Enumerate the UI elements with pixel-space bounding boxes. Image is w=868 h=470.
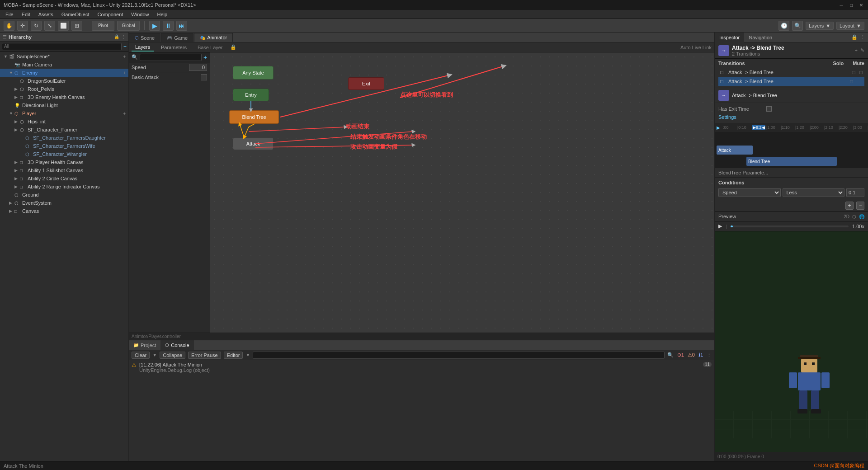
hierarchy-options-btn[interactable]: ⋮ [121,34,126,39]
tab-game[interactable]: 🎮 Game [161,33,193,42]
console-options[interactable]: ⋮ [707,352,712,358]
toolbar-pause-button[interactable]: ⏸ [163,21,174,31]
hierarchy-item-enemy[interactable]: ▼ ⬡ Enemy + [0,69,128,77]
menu-edit[interactable]: Edit [18,11,34,18]
hierarchy-item-canvas[interactable]: ▶ □ Canvas [0,207,128,215]
toolbar-rect-tool[interactable]: ⬜ [58,21,69,31]
preview-icon-1[interactable]: ⬡ [852,214,856,219]
animator-layers-tab[interactable]: Layers [132,43,154,52]
condition-value-input[interactable] [846,188,864,197]
param-speed-value[interactable] [189,64,207,71]
layers-dropdown[interactable]: Layers ▼ [806,22,834,30]
toolbar-play-button[interactable]: ▶ [149,21,160,31]
menu-gameobject[interactable]: GameObject [58,11,93,18]
hierarchy-item-rootpelvis[interactable]: ▶ ⬡ Root_Pelvis [0,85,128,93]
editor-button[interactable]: Editor [224,352,243,359]
animator-viewport[interactable]: Any State Entry Exit Blend Tree Attack [210,52,714,333]
collapse-button[interactable]: Collapse [160,352,185,359]
condition-add-btn[interactable]: + [845,202,854,210]
preview-play-btn[interactable]: ▶ [718,223,722,229]
state-entry[interactable]: Entry [233,89,269,101]
hierarchy-item-ability2range[interactable]: ▶ □ Ability 2 Range Indicator Canvas [0,183,128,191]
toolbar-scale-tool[interactable]: ⤡ [44,21,55,31]
toolbar-pivot[interactable]: Pivot [92,21,114,31]
toolbar-global[interactable]: Global [117,21,140,31]
preview-slider[interactable] [731,226,849,227]
hierarchy-item-samplescene[interactable]: ▼ 🎬 SampleScene* + [0,52,128,61]
hierarchy-item-directionallight[interactable]: 💡 Directional Light [0,101,128,109]
state-blend[interactable]: Blend Tree [229,110,279,124]
close-button[interactable]: ✕ [858,2,864,8]
preview-2d-label[interactable]: 2D [844,214,849,219]
transition-item-2[interactable]: □ Attack -> Blend Tree □ — [718,77,864,86]
editor-dropdown[interactable]: ▼ [245,352,250,357]
toolbar-history[interactable]: 🕐 [778,21,789,31]
animator-lock-icon[interactable]: 🔒 [230,44,236,50]
error-pause-button[interactable]: Error Pause [188,352,221,359]
tab-console[interactable]: ⬡ Console [160,340,193,350]
hierarchy-item-dragonsouleater[interactable]: ⬡ DragonSoulEater [0,77,128,85]
params-add-btn[interactable]: + [203,54,207,61]
condition-remove-btn[interactable]: − [856,202,864,210]
transition-item-1[interactable]: □ Attack -> Blend Tree □ □ [718,68,864,77]
hierarchy-item-ability2circle[interactable]: ▶ □ Ability 2 Circle Canvas [0,174,128,183]
state-any[interactable]: Any State [233,66,274,80]
animator-parameters-tab[interactable]: Parameters [157,44,190,51]
clear-dropdown[interactable]: ▼ [152,352,157,357]
maximize-button[interactable]: □ [848,2,854,8]
toolbar-step-button[interactable]: ⏭ [176,21,187,31]
hierarchy-search[interactable] [2,43,122,50]
hierarchy-item-ability1[interactable]: ▶ □ Ability 1 Skillshot Canvas [0,166,128,174]
timeline-canvas[interactable]: Attack Blend Tree [715,132,868,168]
condition-operator-select[interactable]: Less [783,188,845,197]
tab-scene[interactable]: ⬡ Scene [129,33,160,42]
hierarchy-item-sffarmer[interactable]: ▶ ⬡ SF_Character_Farmer [0,126,128,134]
preview-icon-2[interactable]: 🌐 [859,214,864,219]
console-search[interactable] [253,352,664,359]
hierarchy-lock-btn[interactable]: 🔒 [114,34,119,39]
add-btn[interactable]: + [123,70,126,75]
clear-button[interactable]: Clear [132,352,150,359]
toolbar-move-tool[interactable]: ✛ [17,21,28,31]
hierarchy-item-sfdaughter[interactable]: ⬡ SF_Character_FarmersDaughter [0,134,128,142]
hierarchy-item-maincamera[interactable]: 📷 Main Camera [0,61,128,69]
console-entry-1[interactable]: ⚠ [11:22:06] Attack The Minion UnityEngi… [130,361,713,374]
toolbar-search[interactable]: 🔍 [792,21,803,31]
inspector-lock-icon[interactable]: 🔒 [851,34,858,40]
tab-animator[interactable]: 🎭 Animator [194,33,233,42]
hierarchy-item-enemyhealth[interactable]: ▶ □ 3D Enemy Health Canvas [0,93,128,101]
toolbar-hand-tool[interactable]: ✋ [4,21,14,31]
auto-live-link[interactable]: Auto Live Link [680,45,712,50]
menu-assets[interactable]: Assets [35,11,57,18]
hierarchy-item-playerhealth[interactable]: ▶ □ 3D Player Health Canvas [0,158,128,166]
inspector-edit-icon[interactable]: ✎ [860,47,864,53]
menu-window[interactable]: Window [127,11,152,18]
add-btn[interactable]: + [123,111,126,116]
menu-component[interactable]: Component [94,11,127,18]
menu-help[interactable]: Help [153,11,171,18]
toolbar-transform-tool[interactable]: ⊞ [71,21,82,31]
hierarchy-item-player[interactable]: ▼ ⬡ Player + [0,109,128,118]
has-exit-time-checkbox[interactable] [766,106,772,112]
minimize-button[interactable]: ─ [838,2,844,8]
layout-dropdown[interactable]: Layout ▼ [836,22,864,30]
inspector-options-icon[interactable]: ⋮ [860,34,865,40]
params-search[interactable] [140,54,202,61]
tab-project[interactable]: 📁 Project [129,340,160,350]
hierarchy-item-eventsystem[interactable]: ▶ ⬡ EventSystem [0,199,128,207]
condition-param-select[interactable]: Speed [718,188,781,197]
settings-label[interactable]: Settings [718,114,736,120]
menu-file[interactable]: File [2,11,17,18]
state-exit[interactable]: Exit [348,77,384,90]
param-basicattack-checkbox[interactable] [201,74,207,80]
add-scene-btn[interactable]: + [123,54,126,59]
toolbar-rotate-tool[interactable]: ↻ [31,21,42,31]
hierarchy-item-ground[interactable]: ⬡ Ground [0,191,128,199]
hierarchy-add-btn[interactable]: + [123,43,127,50]
inspector-tab-navigation[interactable]: Navigation [744,33,777,42]
inspector-tab-inspector[interactable]: Inspector [715,33,744,42]
inspector-add-icon[interactable]: + [855,47,858,53]
hierarchy-item-hips[interactable]: ▶ ⬡ Hips_int [0,118,128,126]
state-attack[interactable]: Attack [233,137,274,150]
hierarchy-item-sfwrangler[interactable]: ⬡ SF_Character_Wrangler [0,150,128,158]
